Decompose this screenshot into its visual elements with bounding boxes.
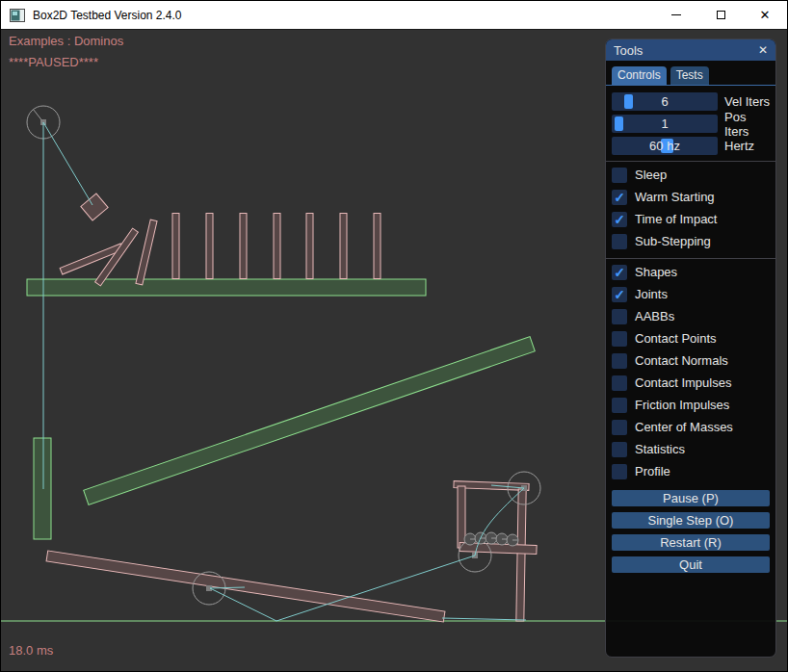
checkbox-sleep[interactable] xyxy=(612,168,627,183)
ball-5 xyxy=(507,534,518,546)
maximize-button[interactable] xyxy=(698,1,743,29)
check-icon: ✓ xyxy=(614,288,625,301)
check-row-aabbs: AABBs xyxy=(612,305,770,327)
slider-pos-iters[interactable]: 1 xyxy=(612,115,718,133)
checkbox-shapes[interactable]: ✓ xyxy=(612,265,627,280)
joint-ground-rope xyxy=(442,618,526,620)
check-label: Statistics xyxy=(635,442,685,456)
simulation-canvas[interactable]: Examples : Dominos ****PAUSED**** 18.0 m… xyxy=(1,30,787,671)
check-row-statistics: Statistics xyxy=(612,438,770,460)
ball-1 xyxy=(464,533,476,545)
joint-rope-bob xyxy=(43,122,92,205)
paused-label: ****PAUSED**** xyxy=(9,55,98,69)
slider-group: 6Vel Iters1Pos Iters60 hzHertz xyxy=(612,92,770,155)
check-row-friction-impulses: Friction Impulses xyxy=(612,394,770,416)
ramp-beam xyxy=(84,337,536,505)
domino-5 xyxy=(206,214,213,279)
check-row-warm-starting: ✓Warm Starting xyxy=(612,186,770,208)
example-label: Examples : Dominos xyxy=(9,34,123,48)
check-row-joints: ✓Joints xyxy=(612,283,770,305)
minimize-button[interactable] xyxy=(654,1,698,29)
check-label: Sub-Stepping xyxy=(635,234,711,248)
slider-label: Pos Iters xyxy=(724,110,770,139)
titlebar[interactable]: Box2D Testbed Version 2.4.0 ✕ xyxy=(1,1,787,30)
checkbox-aabbs[interactable] xyxy=(612,309,627,324)
check-row-sub-stepping: Sub-Stepping xyxy=(612,230,770,252)
separator xyxy=(606,258,775,259)
slider-vel-iters[interactable]: 6 xyxy=(612,92,718,111)
app-window: Box2D Testbed Version 2.4.0 ✕ Examples :… xyxy=(0,0,788,672)
checkbox-sub-stepping[interactable] xyxy=(612,234,627,249)
slider-value: 6 xyxy=(612,92,718,111)
panel-body: 6Vel Iters1Pos Iters60 hzHertz Sleep✓War… xyxy=(606,86,775,573)
checkbox-contact-normals[interactable] xyxy=(612,353,627,369)
checkbox-time-of-impact[interactable]: ✓ xyxy=(612,212,627,227)
pendulum-bob xyxy=(81,194,108,220)
check-row-time-of-impact: ✓Time of Impact xyxy=(612,208,770,230)
window-controls: ✕ xyxy=(654,1,787,29)
checkbox-warm-starting[interactable]: ✓ xyxy=(612,190,627,205)
checkbox-profile[interactable] xyxy=(612,464,627,479)
check-label: Contact Points xyxy=(635,331,717,346)
check-label: Joints xyxy=(635,287,668,301)
slider-value: 60 hz xyxy=(612,137,718,155)
domino-4 xyxy=(172,214,179,279)
checkbox-group-draw: ✓Shapes✓JointsAABBsContact PointsContact… xyxy=(612,261,770,482)
check-label: Sleep xyxy=(635,168,667,182)
quit-button[interactable]: Quit xyxy=(612,556,770,573)
frame-right-post xyxy=(516,489,526,621)
restart-r-button[interactable]: Restart (R) xyxy=(612,534,770,551)
domino-10 xyxy=(374,214,381,279)
check-label: Warm Starting xyxy=(635,190,715,204)
slider-hertz[interactable]: 60 hz xyxy=(612,137,718,155)
slider-row-hertz: 60 hzHertz xyxy=(612,137,770,155)
domino-3 xyxy=(136,220,157,285)
window-title: Box2D Testbed Version 2.4.0 xyxy=(33,9,182,22)
checkbox-friction-impulses[interactable] xyxy=(612,398,627,413)
domino-6 xyxy=(240,214,247,279)
domino-8 xyxy=(306,214,313,279)
check-icon: ✓ xyxy=(614,266,625,279)
panel-close-icon[interactable]: ✕ xyxy=(758,43,768,57)
button-group: Pause (P)Single Step (O)Restart (R)Quit xyxy=(612,490,770,573)
frame-time-label: 18.0 ms xyxy=(9,643,53,658)
check-row-shapes: ✓Shapes xyxy=(612,261,770,283)
domino-9 xyxy=(340,214,347,279)
check-row-profile: Profile xyxy=(612,460,770,482)
checkbox-joints[interactable]: ✓ xyxy=(612,287,627,302)
checkbox-statistics[interactable] xyxy=(612,442,627,457)
minimize-icon xyxy=(671,14,681,15)
single-step-o-button[interactable]: Single Step (O) xyxy=(612,512,770,529)
check-row-contact-impulses: Contact Impulses xyxy=(612,372,770,394)
check-row-sleep: Sleep xyxy=(612,164,770,186)
checkbox-contact-impulses[interactable] xyxy=(612,375,627,391)
checkbox-center-of-masses[interactable] xyxy=(612,420,627,435)
slider-row-vel-iters: 6Vel Iters xyxy=(612,92,770,111)
check-icon: ✓ xyxy=(614,213,625,226)
check-row-contact-points: Contact Points xyxy=(612,327,770,349)
left-post xyxy=(34,438,51,539)
check-label: Contact Normals xyxy=(635,353,728,368)
tools-panel: Tools ✕ ControlsTests 6Vel Iters1Pos Ite… xyxy=(605,39,776,658)
checkbox-group-solver: Sleep✓Warm Starting✓Time of ImpactSub-St… xyxy=(612,164,770,252)
check-label: Center of Masses xyxy=(635,420,733,434)
app-icon xyxy=(10,9,25,22)
panel-tabbar: ControlsTests xyxy=(606,61,775,86)
checkbox-contact-points[interactable] xyxy=(612,331,627,347)
check-label: AABBs xyxy=(635,309,674,323)
check-label: Shapes xyxy=(635,265,677,279)
close-button[interactable]: ✕ xyxy=(743,1,787,29)
pause-p-button[interactable]: Pause (P) xyxy=(612,490,770,506)
check-label: Friction Impulses xyxy=(635,398,729,412)
ball-4 xyxy=(496,533,508,545)
tab-tests[interactable]: Tests xyxy=(670,66,709,85)
check-icon: ✓ xyxy=(614,191,625,204)
slider-row-pos-iters: 1Pos Iters xyxy=(612,115,770,133)
domino-platform xyxy=(27,279,426,296)
tools-panel-titlebar[interactable]: Tools ✕ xyxy=(606,39,775,61)
tab-controls[interactable]: Controls xyxy=(612,66,667,85)
seesaw-plank xyxy=(46,551,445,622)
check-row-center-of-masses: Center of Masses xyxy=(612,416,770,438)
tools-panel-title: Tools xyxy=(614,43,643,58)
domino-7 xyxy=(274,214,280,279)
